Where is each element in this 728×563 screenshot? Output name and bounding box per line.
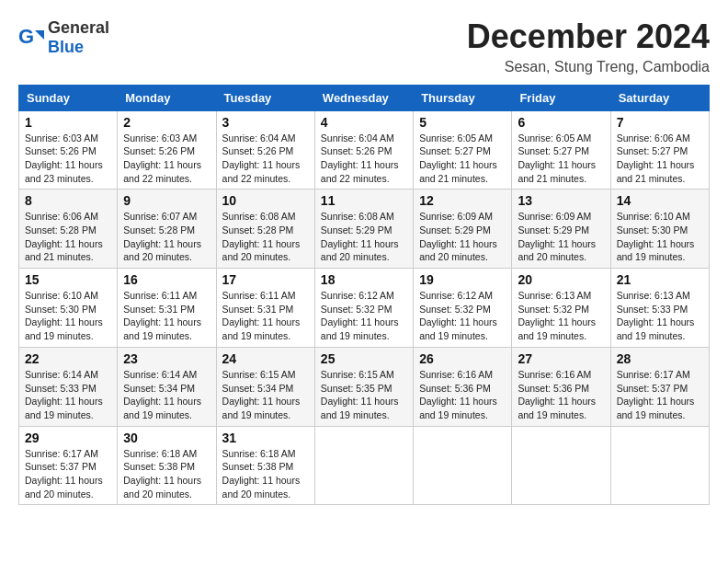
day-number: 1 [25, 115, 111, 130]
calendar-cell: 26Sunrise: 6:16 AMSunset: 5:36 PMDayligh… [414, 347, 512, 426]
calendar-cell: 16Sunrise: 6:11 AMSunset: 5:31 PMDayligh… [118, 269, 216, 348]
calendar-cell: 15Sunrise: 6:10 AMSunset: 5:30 PMDayligh… [19, 269, 118, 348]
day-info: Sunrise: 6:17 AMSunset: 5:37 PMDaylight:… [617, 368, 703, 422]
calendar-cell: 3Sunrise: 6:04 AMSunset: 5:26 PMDaylight… [216, 110, 314, 190]
day-number: 21 [617, 272, 703, 287]
weekday-header: Friday [512, 85, 610, 110]
calendar-cell: 28Sunrise: 6:17 AMSunset: 5:37 PMDayligh… [610, 347, 709, 426]
logo-icon: G [18, 25, 44, 51]
day-number: 16 [123, 272, 210, 287]
page-header: G General Blue December 2024 Sesan, Stun… [18, 18, 710, 75]
day-number: 29 [25, 431, 111, 445]
day-info: Sunrise: 6:05 AMSunset: 5:27 PMDaylight:… [518, 132, 604, 186]
day-number: 9 [123, 193, 210, 208]
day-number: 6 [518, 115, 604, 130]
weekday-header: Saturday [610, 85, 709, 110]
day-number: 7 [617, 115, 703, 130]
calendar-cell: 2Sunrise: 6:03 AMSunset: 5:26 PMDaylight… [118, 110, 216, 190]
day-info: Sunrise: 6:03 AMSunset: 5:26 PMDaylight:… [123, 132, 210, 186]
day-info: Sunrise: 6:16 AMSunset: 5:36 PMDaylight:… [419, 368, 506, 422]
day-number: 5 [419, 115, 506, 130]
day-info: Sunrise: 6:15 AMSunset: 5:35 PMDaylight:… [321, 368, 407, 422]
calendar-cell [314, 426, 413, 505]
weekday-header: Monday [118, 85, 216, 110]
day-info: Sunrise: 6:06 AMSunset: 5:28 PMDaylight:… [25, 210, 111, 264]
calendar-cell: 22Sunrise: 6:14 AMSunset: 5:33 PMDayligh… [19, 347, 118, 426]
day-number: 17 [222, 272, 309, 287]
day-number: 8 [25, 193, 111, 208]
day-number: 14 [617, 193, 703, 208]
day-number: 20 [518, 272, 604, 287]
day-info: Sunrise: 6:07 AMSunset: 5:28 PMDaylight:… [123, 210, 210, 264]
calendar-table: SundayMondayTuesdayWednesdayThursdayFrid… [18, 85, 710, 506]
logo: G General Blue [18, 18, 109, 57]
calendar-cell: 17Sunrise: 6:11 AMSunset: 5:31 PMDayligh… [216, 269, 314, 348]
calendar-cell: 6Sunrise: 6:05 AMSunset: 5:27 PMDaylight… [512, 110, 610, 190]
day-number: 11 [321, 193, 407, 208]
logo-general-text: General [48, 18, 109, 37]
day-info: Sunrise: 6:05 AMSunset: 5:27 PMDaylight:… [419, 132, 506, 186]
day-number: 13 [518, 193, 604, 208]
day-info: Sunrise: 6:08 AMSunset: 5:29 PMDaylight:… [321, 210, 407, 264]
day-info: Sunrise: 6:12 AMSunset: 5:32 PMDaylight:… [419, 289, 506, 343]
title-area: December 2024 Sesan, Stung Treng, Cambod… [467, 18, 710, 75]
day-number: 24 [222, 351, 309, 366]
day-info: Sunrise: 6:09 AMSunset: 5:29 PMDaylight:… [419, 210, 506, 264]
svg-text:G: G [18, 25, 34, 48]
day-number: 22 [25, 351, 111, 366]
day-info: Sunrise: 6:04 AMSunset: 5:26 PMDaylight:… [321, 132, 407, 186]
day-info: Sunrise: 6:12 AMSunset: 5:32 PMDaylight:… [321, 289, 407, 343]
calendar-week-row: 29Sunrise: 6:17 AMSunset: 5:37 PMDayligh… [19, 426, 710, 505]
calendar-cell: 4Sunrise: 6:04 AMSunset: 5:26 PMDaylight… [314, 110, 413, 190]
calendar-cell: 5Sunrise: 6:05 AMSunset: 5:27 PMDaylight… [414, 110, 512, 190]
calendar-cell: 10Sunrise: 6:08 AMSunset: 5:28 PMDayligh… [216, 190, 314, 269]
logo-blue-text: Blue [48, 38, 84, 56]
calendar-cell: 7Sunrise: 6:06 AMSunset: 5:27 PMDaylight… [610, 110, 709, 190]
calendar-cell: 8Sunrise: 6:06 AMSunset: 5:28 PMDaylight… [19, 190, 118, 269]
day-number: 26 [419, 351, 506, 366]
calendar-cell: 30Sunrise: 6:18 AMSunset: 5:38 PMDayligh… [118, 426, 216, 505]
day-number: 27 [518, 351, 604, 366]
calendar-cell: 23Sunrise: 6:14 AMSunset: 5:34 PMDayligh… [118, 347, 216, 426]
calendar-week-row: 8Sunrise: 6:06 AMSunset: 5:28 PMDaylight… [19, 190, 710, 269]
calendar-cell: 20Sunrise: 6:13 AMSunset: 5:32 PMDayligh… [512, 269, 610, 348]
day-number: 10 [222, 193, 309, 208]
day-info: Sunrise: 6:16 AMSunset: 5:36 PMDaylight:… [518, 368, 604, 422]
day-info: Sunrise: 6:17 AMSunset: 5:37 PMDaylight:… [25, 447, 111, 501]
calendar-cell: 24Sunrise: 6:15 AMSunset: 5:34 PMDayligh… [216, 347, 314, 426]
calendar-cell: 25Sunrise: 6:15 AMSunset: 5:35 PMDayligh… [314, 347, 413, 426]
day-number: 2 [123, 115, 210, 130]
day-info: Sunrise: 6:14 AMSunset: 5:33 PMDaylight:… [25, 368, 111, 422]
day-number: 12 [419, 193, 506, 208]
day-info: Sunrise: 6:18 AMSunset: 5:38 PMDaylight:… [123, 447, 210, 501]
calendar-cell [414, 426, 512, 505]
calendar-cell [610, 426, 709, 505]
calendar-week-row: 1Sunrise: 6:03 AMSunset: 5:26 PMDaylight… [19, 110, 710, 190]
calendar-header-row: SundayMondayTuesdayWednesdayThursdayFrid… [19, 85, 710, 110]
day-number: 19 [419, 272, 506, 287]
calendar-cell [512, 426, 610, 505]
day-info: Sunrise: 6:03 AMSunset: 5:26 PMDaylight:… [25, 132, 111, 186]
calendar-cell: 13Sunrise: 6:09 AMSunset: 5:29 PMDayligh… [512, 190, 610, 269]
calendar-cell: 21Sunrise: 6:13 AMSunset: 5:33 PMDayligh… [610, 269, 709, 348]
month-title: December 2024 [467, 18, 710, 55]
day-number: 15 [25, 272, 111, 287]
calendar-cell: 31Sunrise: 6:18 AMSunset: 5:38 PMDayligh… [216, 426, 314, 505]
day-info: Sunrise: 6:08 AMSunset: 5:28 PMDaylight:… [222, 210, 309, 264]
calendar-cell: 29Sunrise: 6:17 AMSunset: 5:37 PMDayligh… [19, 426, 118, 505]
calendar-cell: 27Sunrise: 6:16 AMSunset: 5:36 PMDayligh… [512, 347, 610, 426]
day-number: 23 [123, 351, 210, 366]
calendar-week-row: 15Sunrise: 6:10 AMSunset: 5:30 PMDayligh… [19, 269, 710, 348]
day-info: Sunrise: 6:15 AMSunset: 5:34 PMDaylight:… [222, 368, 309, 422]
day-number: 30 [123, 431, 210, 445]
calendar-cell: 11Sunrise: 6:08 AMSunset: 5:29 PMDayligh… [314, 190, 413, 269]
calendar-cell: 12Sunrise: 6:09 AMSunset: 5:29 PMDayligh… [414, 190, 512, 269]
day-number: 18 [321, 272, 407, 287]
day-number: 3 [222, 115, 309, 130]
calendar-cell: 9Sunrise: 6:07 AMSunset: 5:28 PMDaylight… [118, 190, 216, 269]
location-title: Sesan, Stung Treng, Cambodia [467, 59, 710, 75]
day-info: Sunrise: 6:13 AMSunset: 5:32 PMDaylight:… [518, 289, 604, 343]
svg-marker-1 [35, 30, 44, 40]
day-number: 25 [321, 351, 407, 366]
calendar-cell: 18Sunrise: 6:12 AMSunset: 5:32 PMDayligh… [314, 269, 413, 348]
